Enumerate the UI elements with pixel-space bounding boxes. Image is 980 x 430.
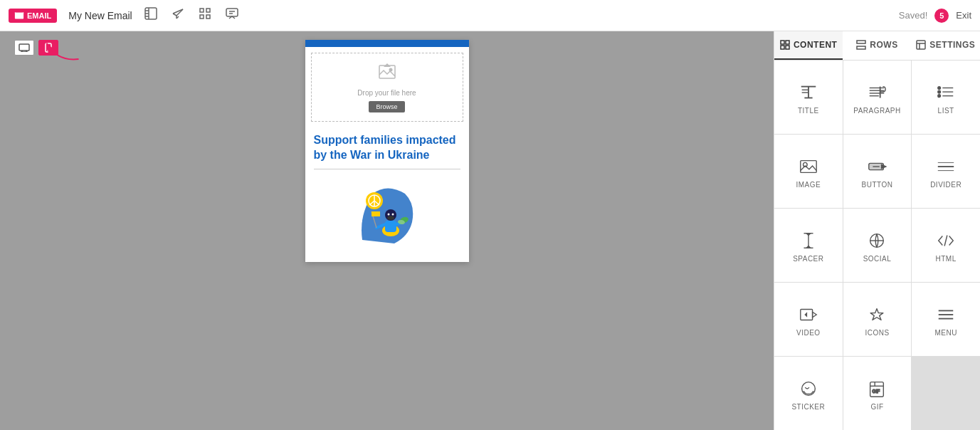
- browse-button[interactable]: Browse: [369, 101, 404, 112]
- content-item-video[interactable]: VIDEO: [774, 283, 843, 356]
- svg-rect-44: [372, 211, 380, 216]
- svg-rect-47: [781, 46, 784, 49]
- tab-content[interactable]: CONTENT: [774, 31, 843, 60]
- svg-rect-14: [206, 15, 210, 19]
- icons-label: ICONS: [865, 329, 889, 337]
- content-item-paragraph[interactable]: PARAGRAPH: [843, 61, 912, 134]
- email-badge-label: EMAIL: [27, 11, 51, 20]
- content-item-menu[interactable]: MENU: [912, 283, 980, 356]
- svg-rect-15: [226, 9, 238, 16]
- svg-marker-81: [806, 234, 811, 236]
- content-item-html[interactable]: HTML: [912, 209, 980, 282]
- svg-marker-82: [806, 246, 811, 248]
- upload-zone[interactable]: Drop your file here Browse: [311, 53, 463, 122]
- menu-icon: [936, 305, 956, 325]
- list-icon: [936, 83, 956, 103]
- svg-point-67: [938, 87, 941, 90]
- svg-rect-13: [200, 15, 204, 19]
- content-item-list[interactable]: LIST: [912, 61, 980, 134]
- svg-rect-18: [19, 44, 29, 51]
- image-icon: [799, 157, 818, 177]
- html-label: HTML: [936, 255, 957, 263]
- main-area: Drop your file here Browse Support famil…: [0, 31, 980, 430]
- menu-label: MENU: [934, 329, 957, 337]
- content-item-button[interactable]: BUTTON: [843, 135, 912, 208]
- sidebar-tabs: CONTENT ROWS SETTINGS: [774, 31, 980, 61]
- image-label: IMAGE: [796, 181, 821, 189]
- content-item-spacer[interactable]: SPACER: [774, 209, 843, 282]
- nav-right: Saved! 5 Exit: [899, 9, 971, 23]
- top-navigation: EMAIL My New Email: [0, 0, 980, 31]
- content-item-divider[interactable]: DIVIDER: [912, 135, 980, 208]
- exit-button[interactable]: Exit: [956, 10, 971, 21]
- arrow-indicator: [41, 34, 84, 63]
- content-item-icons[interactable]: ICONS: [843, 283, 912, 356]
- content-item-social[interactable]: SOCIAL: [843, 209, 912, 282]
- email-body: Support families impacted by the War in …: [305, 127, 469, 262]
- tab-settings-label: SETTINGS: [929, 40, 975, 50]
- paragraph-label: PARAGRAPH: [853, 107, 901, 115]
- svg-rect-11: [200, 9, 204, 12]
- title-icon: [799, 83, 818, 103]
- view-toggles: [14, 40, 58, 56]
- icons-icon: [867, 305, 887, 325]
- divider-label: DIVIDER: [930, 181, 961, 189]
- email-header-bar: [305, 40, 469, 47]
- saved-status: Saved!: [899, 10, 927, 21]
- sticker-label: STICKER: [791, 403, 825, 411]
- spacer-label: SPACER: [793, 255, 823, 263]
- title-label: TITLE: [798, 107, 819, 115]
- email-body-title: Support families impacted by the War in …: [314, 133, 460, 163]
- svg-point-69: [938, 95, 941, 98]
- svg-text:GIF: GIF: [873, 389, 880, 394]
- svg-rect-70: [801, 161, 816, 173]
- svg-rect-34: [385, 221, 396, 232]
- svg-rect-46: [786, 41, 789, 44]
- email-badge[interactable]: EMAIL: [9, 9, 57, 23]
- button-icon: [867, 157, 887, 177]
- chat-icon[interactable]: [225, 6, 239, 24]
- gif-icon: GIF: [867, 379, 887, 399]
- svg-line-85: [944, 236, 947, 246]
- upload-text: Drop your file here: [357, 89, 416, 97]
- tab-settings[interactable]: SETTINGS: [912, 31, 980, 60]
- content-item-title[interactable]: TITLE: [774, 61, 843, 134]
- svg-point-68: [938, 90, 941, 93]
- list-label: LIST: [938, 107, 954, 115]
- content-item-gif[interactable]: GIF GIF: [843, 357, 912, 430]
- email-preview: Drop your file here Browse Support famil…: [305, 40, 469, 262]
- nav-icons: [144, 6, 239, 24]
- svg-marker-88: [804, 312, 807, 317]
- svg-rect-48: [786, 46, 789, 49]
- html-icon: [936, 231, 956, 251]
- right-sidebar: CONTENT ROWS SETTINGS: [774, 31, 980, 430]
- illustration-svg: [352, 179, 423, 251]
- grid-icon[interactable]: [198, 6, 212, 24]
- tab-rows[interactable]: ROWS: [843, 31, 911, 60]
- sticker-icon: [799, 379, 818, 399]
- gif-label: GIF: [870, 403, 883, 411]
- divider-icon: [936, 157, 956, 177]
- svg-rect-45: [781, 41, 784, 44]
- svg-marker-87: [812, 312, 816, 317]
- content-grid: TITLE PARAGRAPH: [774, 61, 980, 430]
- send-icon[interactable]: [171, 6, 185, 24]
- tab-rows-label: ROWS: [870, 40, 897, 50]
- svg-rect-51: [917, 41, 925, 49]
- button-label: BUTTON: [862, 181, 893, 189]
- desktop-view-toggle[interactable]: [14, 40, 34, 56]
- svg-point-38: [387, 216, 394, 220]
- upload-icon: [377, 62, 397, 85]
- svg-rect-50: [857, 46, 865, 49]
- email-divider: [314, 169, 460, 169]
- contacts-icon[interactable]: [144, 6, 158, 24]
- canvas-area: Drop your file here Browse Support famil…: [0, 31, 774, 430]
- video-label: VIDEO: [796, 329, 821, 337]
- content-item-sticker[interactable]: STICKER: [774, 357, 843, 430]
- paragraph-icon: [867, 83, 887, 103]
- social-label: SOCIAL: [863, 255, 892, 263]
- email-title: My New Email: [68, 10, 132, 21]
- tab-content-label: CONTENT: [794, 40, 838, 50]
- notification-badge[interactable]: 5: [934, 9, 949, 23]
- content-item-image[interactable]: IMAGE: [774, 135, 843, 208]
